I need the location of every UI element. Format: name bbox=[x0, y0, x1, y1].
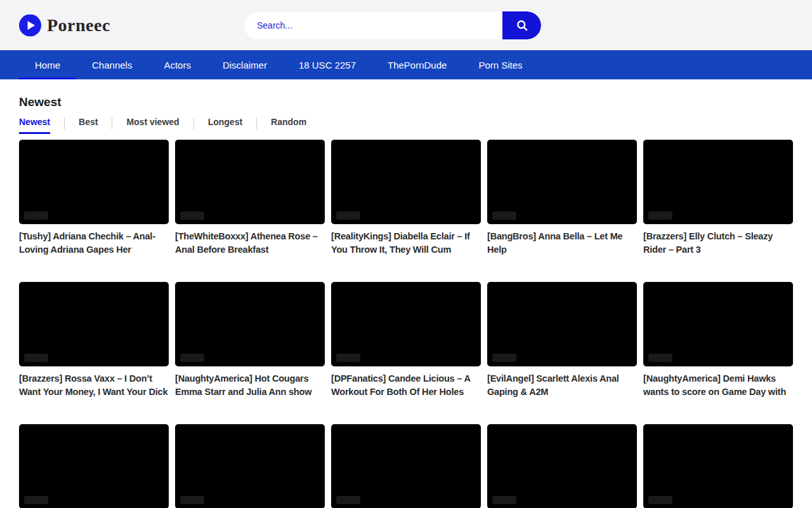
tab-longest[interactable]: Longest bbox=[208, 117, 242, 134]
video-card bbox=[331, 424, 481, 508]
search-icon bbox=[516, 19, 528, 32]
video-card: [Brazzers] Elly Clutch – Sleazy Rider – … bbox=[643, 140, 793, 257]
duration-badge bbox=[24, 496, 48, 504]
video-title[interactable]: [BangBros] Anna Bella – Let Me Help bbox=[487, 230, 637, 257]
video-thumbnail[interactable] bbox=[175, 282, 325, 366]
video-grid: [Tushy] Adriana Chechik – Anal-Loving Ad… bbox=[19, 140, 793, 508]
nav-item-theporndude[interactable]: ThePornDude bbox=[372, 50, 462, 79]
video-card: [EvilAngel] Scarlett Alexis Anal Gaping … bbox=[487, 282, 637, 399]
video-card bbox=[643, 424, 793, 508]
tab-best[interactable]: Best bbox=[79, 117, 98, 134]
site-header: Porneec bbox=[0, 0, 812, 50]
tab-divider bbox=[256, 117, 257, 130]
video-title[interactable]: [TheWhiteBoxxx] Athenea Rose – Anal Befo… bbox=[175, 230, 325, 257]
main-content: Newest Newest Best Most viewed Longest R… bbox=[0, 95, 812, 508]
tab-divider bbox=[64, 117, 65, 130]
video-card bbox=[19, 424, 169, 508]
duration-badge bbox=[648, 354, 672, 362]
duration-badge bbox=[336, 354, 360, 362]
video-thumbnail[interactable] bbox=[643, 282, 793, 366]
tab-most-viewed[interactable]: Most viewed bbox=[126, 117, 179, 134]
duration-badge bbox=[180, 211, 204, 220]
video-title[interactable]: [Brazzers] Elly Clutch – Sleazy Rider – … bbox=[643, 230, 793, 257]
duration-badge bbox=[336, 211, 360, 220]
main-nav: Home Channels Actors Disclaimer 18 USC 2… bbox=[0, 50, 812, 79]
video-thumbnail[interactable] bbox=[487, 282, 637, 366]
video-title[interactable]: [Tushy] Adriana Chechik – Anal-Loving Ad… bbox=[19, 230, 169, 257]
video-title[interactable]: [RealityKings] Diabella Eclair – If You … bbox=[331, 230, 481, 257]
video-title[interactable]: [Brazzers] Rossa Vaxx – I Don’t Want You… bbox=[19, 372, 169, 399]
duration-badge bbox=[180, 354, 204, 362]
video-thumbnail[interactable] bbox=[487, 424, 637, 508]
video-thumbnail[interactable] bbox=[175, 140, 325, 224]
duration-badge bbox=[492, 354, 516, 362]
duration-badge bbox=[180, 496, 204, 504]
video-card: [Tushy] Adriana Chechik – Anal-Loving Ad… bbox=[19, 140, 169, 257]
video-thumbnail[interactable] bbox=[19, 282, 169, 366]
duration-badge bbox=[336, 496, 360, 504]
video-card: [RealityKings] Diabella Eclair – If You … bbox=[331, 140, 481, 257]
duration-badge bbox=[492, 211, 516, 220]
video-card: [NaughtyAmerica] Demi Hawks wants to sco… bbox=[643, 282, 793, 399]
brand-name: Porneec bbox=[47, 15, 110, 36]
search-input[interactable] bbox=[244, 11, 502, 39]
video-title[interactable]: [NaughtyAmerica] Hot Cougars Emma Starr … bbox=[175, 372, 325, 399]
nav-item-actors[interactable]: Actors bbox=[148, 50, 207, 79]
duration-badge bbox=[24, 354, 48, 362]
tab-divider bbox=[193, 117, 194, 130]
nav-item-porn-sites[interactable]: Porn Sites bbox=[462, 50, 538, 79]
video-card: [DPFanatics] Candee Licious – A Workout … bbox=[331, 282, 481, 399]
tab-random[interactable]: Random bbox=[271, 117, 306, 134]
video-thumbnail[interactable] bbox=[331, 424, 481, 508]
video-thumbnail[interactable] bbox=[19, 424, 169, 508]
video-card: [TheWhiteBoxxx] Athenea Rose – Anal Befo… bbox=[175, 140, 325, 257]
video-card: [BangBros] Anna Bella – Let Me Help bbox=[487, 140, 637, 257]
video-thumbnail[interactable] bbox=[175, 424, 325, 508]
video-title[interactable]: [NaughtyAmerica] Demi Hawks wants to sco… bbox=[643, 372, 793, 399]
video-card: [NaughtyAmerica] Hot Cougars Emma Starr … bbox=[175, 282, 325, 399]
video-card bbox=[175, 424, 325, 508]
nav-item-disclaimer[interactable]: Disclaimer bbox=[207, 50, 283, 79]
tab-divider bbox=[112, 117, 112, 130]
tab-newest[interactable]: Newest bbox=[19, 117, 50, 134]
duration-badge bbox=[648, 496, 672, 504]
video-title[interactable]: [DPFanatics] Candee Licious – A Workout … bbox=[331, 372, 481, 399]
nav-item-18-usc-2257[interactable]: 18 USC 2257 bbox=[283, 50, 372, 79]
page-title: Newest bbox=[19, 95, 793, 109]
video-thumbnail[interactable] bbox=[19, 140, 169, 224]
video-title[interactable]: [EvilAngel] Scarlett Alexis Anal Gaping … bbox=[487, 372, 637, 399]
search-button[interactable] bbox=[502, 11, 541, 39]
video-card: [Brazzers] Rossa Vaxx – I Don’t Want You… bbox=[19, 282, 169, 399]
nav-item-home[interactable]: Home bbox=[19, 50, 76, 79]
duration-badge bbox=[492, 496, 516, 504]
video-thumbnail[interactable] bbox=[331, 282, 481, 366]
duration-badge bbox=[24, 211, 48, 220]
sort-tabs: Newest Best Most viewed Longest Random bbox=[19, 117, 793, 134]
nav-item-channels[interactable]: Channels bbox=[76, 50, 148, 79]
video-thumbnail[interactable] bbox=[487, 140, 637, 224]
video-card bbox=[487, 424, 637, 508]
video-thumbnail[interactable] bbox=[643, 424, 793, 508]
duration-badge bbox=[648, 211, 672, 220]
search-bar bbox=[244, 11, 541, 39]
site-logo[interactable]: Porneec bbox=[19, 14, 110, 36]
play-icon bbox=[19, 14, 41, 36]
video-thumbnail[interactable] bbox=[331, 140, 481, 224]
video-thumbnail[interactable] bbox=[643, 140, 793, 224]
